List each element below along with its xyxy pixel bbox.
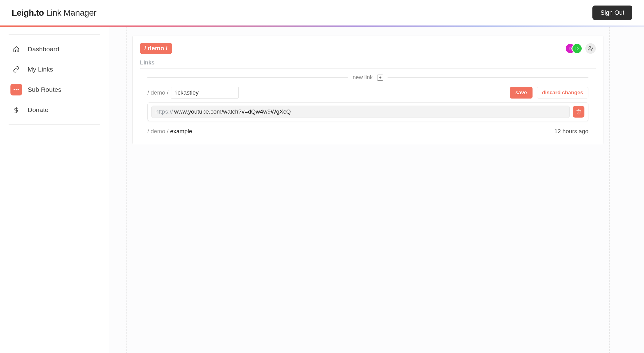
sidebar-item-dashboard[interactable]: Dashboard [9, 39, 100, 59]
path-prefix: / demo / [147, 128, 170, 134]
url-scheme-prefix: https:// [155, 108, 173, 115]
svg-point-1 [16, 89, 17, 90]
brand: Leigh.to Link Manager [12, 8, 96, 18]
home-icon [10, 43, 22, 55]
sidebar-item-label: Donate [28, 106, 49, 114]
path-prefix: / demo / [147, 89, 169, 96]
plus-icon [378, 76, 382, 80]
add-collaborator-button[interactable] [585, 43, 596, 54]
timestamp: 12 hours ago [554, 128, 588, 135]
route-chip: / demo / [140, 43, 172, 54]
topbar: Leigh.to Link Manager Sign Out [0, 0, 644, 25]
link-icon [10, 64, 22, 75]
collaborators: D D [565, 43, 596, 54]
brand-light: Link Manager [44, 8, 96, 17]
new-link-row: new link [147, 74, 588, 81]
slug-input[interactable] [171, 87, 239, 99]
sidebar-item-mylinks[interactable]: My Links [9, 59, 100, 80]
link-row[interactable]: / demo / example 12 hours ago [147, 128, 588, 135]
delete-link-button[interactable] [573, 106, 584, 118]
avatar[interactable]: D [572, 43, 582, 54]
svg-point-4 [589, 46, 591, 48]
new-link-label: new link [353, 74, 373, 81]
url-editor: https:// [147, 102, 588, 121]
section-label: Links [140, 60, 596, 69]
guide-line [609, 27, 610, 353]
sign-out-button[interactable]: Sign Out [592, 6, 632, 20]
url-input[interactable] [174, 108, 566, 115]
guide-line [126, 27, 127, 353]
route-card: / demo / D D Links new link [132, 36, 603, 144]
sidebar-item-donate[interactable]: Donate [9, 100, 100, 120]
trash-icon [576, 109, 581, 114]
sidebar-item-label: Sub Routes [28, 86, 61, 93]
sidebar-item-label: My Links [28, 66, 53, 73]
save-button[interactable]: save [510, 87, 533, 99]
sidebar-item-label: Dashboard [28, 45, 59, 53]
add-link-button[interactable] [377, 75, 383, 81]
brand-bold: Leigh.to [12, 8, 44, 17]
link-name: example [170, 128, 192, 134]
sidebar: Dashboard My Links Sub Routes Donate [0, 27, 109, 353]
user-plus-icon [588, 46, 593, 51]
dollar-icon [10, 104, 22, 116]
link-editor-row: / demo / save discard changes [147, 87, 588, 99]
svg-point-2 [18, 89, 19, 90]
dots-icon [10, 84, 22, 95]
sidebar-item-subroutes[interactable]: Sub Routes [9, 80, 100, 100]
svg-point-0 [14, 89, 15, 90]
main-content: / demo / D D Links new link [109, 27, 644, 353]
discard-button[interactable]: discard changes [537, 87, 588, 99]
